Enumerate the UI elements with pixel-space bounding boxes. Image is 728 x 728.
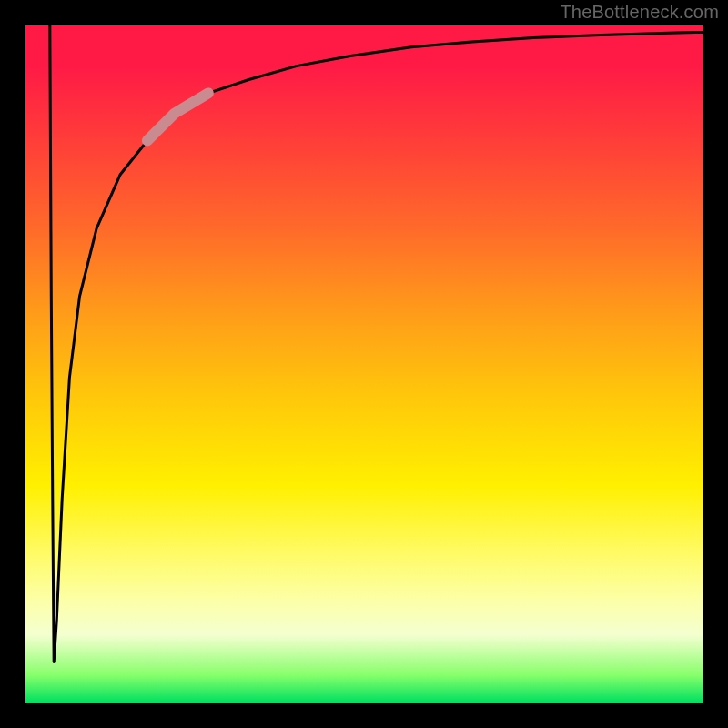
- highlight-segment-path: [147, 93, 208, 140]
- plot-area: [25, 25, 703, 703]
- watermark-text: TheBottleneck.com: [560, 2, 719, 23]
- curve-layer: [25, 25, 703, 703]
- chart-frame: TheBottleneck.com: [0, 0, 728, 728]
- bottleneck-curve-path: [50, 25, 703, 662]
